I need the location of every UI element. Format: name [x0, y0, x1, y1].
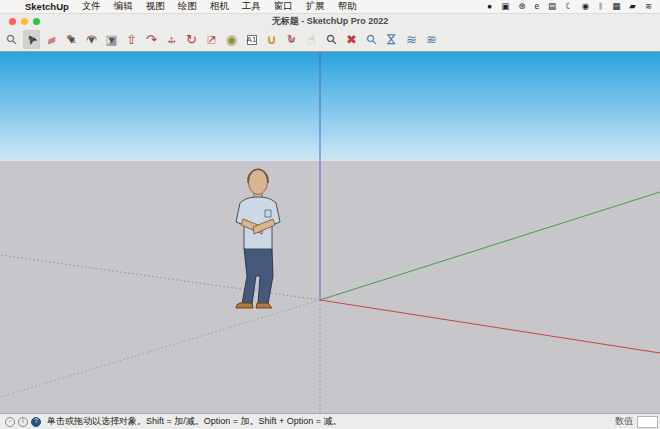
- feedback-circle-icon[interactable]: ◦: [5, 417, 15, 427]
- focus-moon-icon[interactable]: ☾: [565, 2, 573, 11]
- sky: [0, 52, 660, 161]
- select-tool[interactable]: ➤▾: [23, 30, 40, 49]
- figure-head: [249, 170, 268, 195]
- bluetooth-icon[interactable]: ᛒ: [598, 2, 603, 11]
- paint-bucket-tool-icon: ∪: [263, 30, 280, 49]
- info-circle-icon[interactable]: i: [18, 417, 28, 427]
- wifi-icon[interactable]: ≋: [645, 2, 652, 11]
- zoom-extents-tool-icon: ✖: [343, 30, 360, 49]
- orbit-tool-icon-overlay: ↻: [283, 30, 300, 49]
- battery-icon[interactable]: ▰: [629, 2, 636, 11]
- select-tool-dropdown-caret[interactable]: ▾: [23, 30, 40, 49]
- scale-tool-icon-overlay: ↗: [203, 30, 220, 49]
- eraser-tool[interactable]: ▰: [43, 30, 60, 49]
- scale-tool[interactable]: □↗: [203, 30, 220, 49]
- follow-me-tool[interactable]: ↷: [143, 30, 160, 49]
- look-around-tool-icon: ≋: [403, 30, 420, 49]
- previous-view-tool-icon: ⚲: [359, 27, 384, 52]
- measurements-label: 数值: [615, 415, 633, 428]
- arc-tool-dropdown-caret[interactable]: ▾: [83, 30, 100, 49]
- pan-tool[interactable]: ☝: [303, 30, 320, 49]
- tape-measure-tool-icon: ◉: [223, 30, 240, 49]
- push-pull-tool-icon: ⇧: [123, 30, 140, 49]
- input-source-icon[interactable]: ▦: [612, 2, 620, 11]
- menu-item-8[interactable]: 扩展: [306, 0, 325, 13]
- rectangle-tool[interactable]: ◪▾: [103, 30, 120, 49]
- menu-item-3[interactable]: 视图: [146, 0, 165, 13]
- rotate-tool[interactable]: ↻: [183, 30, 200, 49]
- status-hint-text: 单击或拖动以选择对象。Shift = 加/减。Option = 加。Shift …: [47, 415, 615, 428]
- walk-tool-icon-overlay: ∕: [423, 30, 440, 49]
- macos-menu-bar: SketchUp 文件编辑视图绘图相机工具窗口扩展帮助 ●▣⊛e▤☾◉ᛒ▦▰≋: [0, 0, 660, 14]
- previous-view-tool[interactable]: ⚲: [363, 30, 380, 49]
- orbit-tool[interactable]: ●↻: [283, 30, 300, 49]
- text-tool[interactable]: A1: [243, 30, 260, 49]
- measurements-input[interactable]: [637, 416, 658, 428]
- line-tool-dropdown-caret[interactable]: ▾: [63, 30, 80, 49]
- arc-tool[interactable]: ◠▾: [83, 30, 100, 49]
- modeling-viewport[interactable]: [0, 52, 660, 413]
- line-tool[interactable]: ✎▾: [63, 30, 80, 49]
- push-pull-tool[interactable]: ⇧: [123, 30, 140, 49]
- ground-plane: [0, 161, 660, 413]
- figure-shoe-left: [236, 303, 253, 308]
- stage-manager-icon[interactable]: ▤: [548, 2, 556, 11]
- walk-tool[interactable]: ≋∕: [423, 30, 440, 49]
- move-tool[interactable]: ↔↕: [163, 30, 180, 49]
- zoom-window-button[interactable]: [33, 18, 40, 25]
- menu-item-6[interactable]: 工具: [242, 0, 261, 13]
- share-nodes-icon[interactable]: ⊛: [518, 2, 525, 11]
- ink-level-icon[interactable]: ●: [487, 2, 492, 11]
- rectangle-tool-dropdown-caret[interactable]: ▾: [103, 30, 120, 49]
- grammar-app-icon[interactable]: e: [534, 2, 539, 11]
- status-bar: ◦i? 单击或拖动以选择对象。Shift = 加/减。Option = 加。Sh…: [0, 413, 660, 429]
- screenshot-app-icon[interactable]: ▣: [501, 2, 509, 11]
- zoom-tool-icon: ⚲: [319, 27, 344, 52]
- look-around-tool[interactable]: ≋: [403, 30, 420, 49]
- close-window-button[interactable]: [9, 18, 16, 25]
- help-circle-icon[interactable]: ?: [31, 417, 41, 427]
- follow-me-tool-icon: ↷: [143, 30, 160, 49]
- menu-item-5[interactable]: 相机: [210, 0, 229, 13]
- search-tool[interactable]: ⚲: [3, 30, 20, 49]
- position-camera-tool-icon: ⋈: [382, 31, 401, 48]
- pan-tool-icon: ☝: [303, 30, 320, 49]
- text-tool-icon: A1: [247, 35, 257, 45]
- eraser-tool-icon: ▰: [40, 28, 62, 52]
- zoom-extents-tool[interactable]: ✖: [343, 30, 360, 49]
- move-tool-icon-overlay: ↕: [163, 30, 180, 49]
- app-menu-sketchup[interactable]: SketchUp: [25, 1, 69, 12]
- screen-mirroring-icon[interactable]: ◉: [582, 2, 589, 11]
- rotate-tool-icon: ↻: [183, 30, 200, 49]
- toolbar: ⚲➤▾▰✎▾◠▾◪▾⇧↷↔↕↻□↗◉A1∪●↻☝⚲✖⚲⋈≋≋∕: [0, 28, 660, 52]
- tape-measure-tool[interactable]: ◉: [223, 30, 240, 49]
- minimize-window-button[interactable]: [21, 18, 28, 25]
- zoom-tool[interactable]: ⚲: [323, 30, 340, 49]
- menu-item-7[interactable]: 窗口: [274, 0, 293, 13]
- menu-item-2[interactable]: 编辑: [114, 0, 133, 13]
- menu-item-9[interactable]: 帮助: [338, 0, 357, 13]
- position-camera-tool[interactable]: ⋈: [383, 30, 400, 49]
- window-title: 无标题 - SketchUp Pro 2022: [0, 15, 660, 28]
- paint-bucket-tool[interactable]: ∪: [263, 30, 280, 49]
- menu-item-1[interactable]: 文件: [82, 0, 101, 13]
- menu-item-4[interactable]: 绘图: [178, 0, 197, 13]
